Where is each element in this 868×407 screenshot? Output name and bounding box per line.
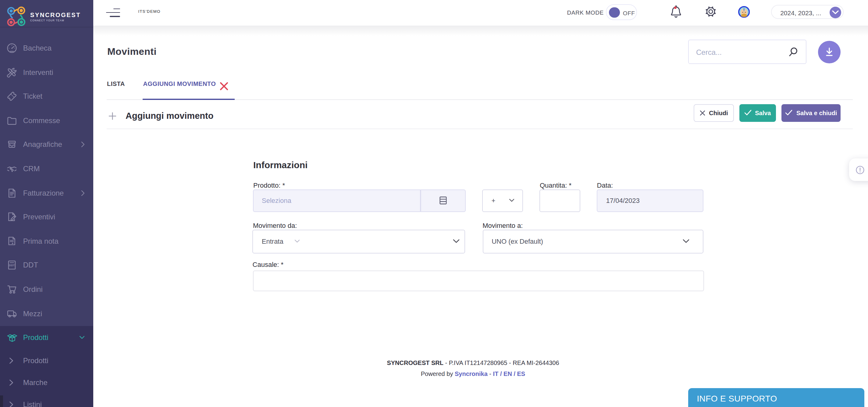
svg-text:DDT: DDT [9, 264, 15, 267]
